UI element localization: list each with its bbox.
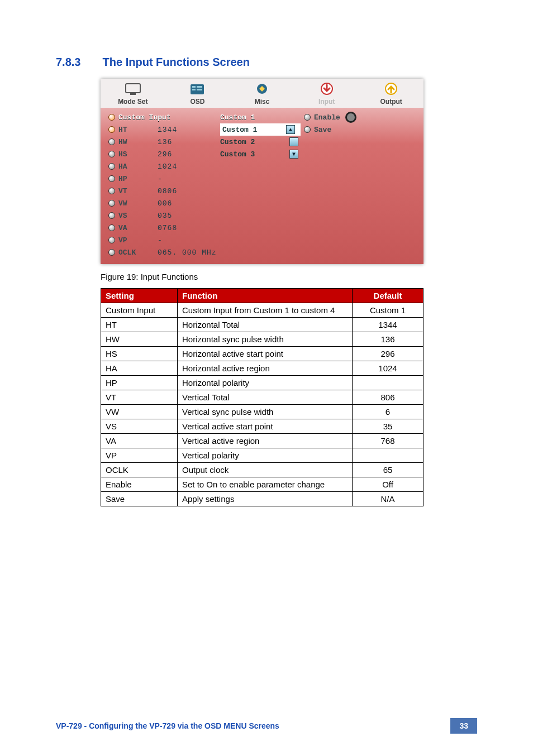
cell-function: Horizontal polarity <box>178 376 353 390</box>
cell-setting: VT <box>101 390 178 405</box>
cell-function: Apply settings <box>178 492 353 506</box>
table-row: VSVertical active start point35 <box>101 419 423 434</box>
input-arrow-icon <box>317 82 336 97</box>
list-icon <box>188 82 207 97</box>
table-row: HTHorizontal Total1344 <box>101 318 423 332</box>
param-row-va[interactable]: VA0768 <box>108 222 220 234</box>
cell-function: Vertical Total <box>178 390 353 405</box>
cell-default: N/A <box>353 492 423 506</box>
cell-default: 1344 <box>353 318 423 332</box>
param-column: Custom Input HT1344HW136HS296HA1024HP-VT… <box>108 111 220 259</box>
cell-function: Horizontal sync pulse width <box>178 332 353 347</box>
down-arrow-icon[interactable]: ▼ <box>289 150 298 159</box>
table-row: HAHorizontal active region1024 <box>101 361 423 376</box>
table-row: SaveApply settingsN/A <box>101 492 423 506</box>
svg-rect-5 <box>197 86 202 88</box>
param-value: 136 <box>158 138 172 146</box>
cell-setting: HS <box>101 347 178 361</box>
radio-icon <box>108 114 115 121</box>
param-value: 0806 <box>158 187 177 195</box>
param-key: HA <box>118 162 145 171</box>
param-row-oclk[interactable]: OCLK065. 000 MHz <box>108 246 220 259</box>
figure-caption: Figure 19: Input Functions <box>101 272 477 281</box>
cell-default: Off <box>353 477 423 492</box>
cell-default <box>353 376 423 390</box>
custom-column: Custom 1 Custom 1▲Custom 2 Custom 3▼ <box>220 111 304 259</box>
cell-function: Vertical active start point <box>178 419 353 434</box>
cell-default <box>353 448 423 463</box>
cell-setting: HA <box>101 361 178 376</box>
param-value: 065. 000 MHz <box>158 248 217 257</box>
cell-default: Custom 1 <box>353 303 423 318</box>
cell-default: 65 <box>353 463 423 477</box>
custom-input-header[interactable]: Custom Input <box>108 111 220 123</box>
param-value: 006 <box>158 199 172 208</box>
section-number: 7.8.3 <box>56 56 99 69</box>
table-row: VTVertical Total806 <box>101 390 423 405</box>
save-row[interactable]: Save <box>304 123 393 136</box>
param-row-vt[interactable]: VT0806 <box>108 185 220 197</box>
param-row-ht[interactable]: HT1344 <box>108 123 220 136</box>
tab-mode-set[interactable]: Mode Set <box>101 79 165 108</box>
tab-misc[interactable]: Misc <box>230 79 294 108</box>
table-row: VPVertical polarity <box>101 448 423 463</box>
cell-default: 136 <box>353 332 423 347</box>
tab-osd[interactable]: OSD <box>165 79 230 108</box>
up-arrow-icon[interactable]: ▲ <box>286 125 295 134</box>
cell-default: 806 <box>353 390 423 405</box>
table-row: VWVertical sync pulse width6 <box>101 405 423 419</box>
footer-text: VP-729 - Configuring the VP-729 via the … <box>56 721 279 730</box>
param-key: VW <box>118 199 145 208</box>
param-row-vp[interactable]: VP- <box>108 234 220 246</box>
svg-rect-4 <box>192 89 196 90</box>
cell-setting: VW <box>101 405 178 419</box>
save-label: Save <box>314 126 341 134</box>
tab-label: Misc <box>255 98 270 106</box>
cell-function: Horizontal active start point <box>178 347 353 361</box>
page-footer: VP-729 - Configuring the VP-729 via the … <box>56 718 477 734</box>
param-key: VP <box>118 236 145 245</box>
param-row-ha[interactable]: HA1024 <box>108 160 220 173</box>
custom-option-label: Custom 2 <box>220 138 255 146</box>
col-default: Default <box>353 289 423 303</box>
custom-option[interactable]: Custom 3▼ <box>220 148 304 160</box>
radio-icon <box>108 212 115 219</box>
cell-setting: HW <box>101 332 178 347</box>
param-row-hp[interactable]: HP- <box>108 173 220 185</box>
cell-setting: VA <box>101 434 178 448</box>
custom-option[interactable]: Custom 1▲ <box>220 123 301 136</box>
cell-function: Vertical active region <box>178 434 353 448</box>
radio-icon <box>108 224 115 231</box>
cell-setting: VP <box>101 448 178 463</box>
svg-rect-1 <box>130 93 136 95</box>
param-row-hs[interactable]: HS296 <box>108 148 220 160</box>
param-value: 0768 <box>158 224 177 232</box>
enable-row[interactable]: Enable <box>304 111 393 123</box>
param-row-vw[interactable]: VW006 <box>108 197 220 209</box>
param-key: VA <box>118 224 145 232</box>
custom-option-label: Custom 1 <box>222 126 257 134</box>
custom-option[interactable]: Custom 2 <box>220 136 304 148</box>
cell-default: 296 <box>353 347 423 361</box>
cell-default: 6 <box>353 405 423 419</box>
cell-function: Output clock <box>178 463 353 477</box>
param-row-hw[interactable]: HW136 <box>108 136 220 148</box>
col-function: Function <box>178 289 353 303</box>
tools-icon <box>253 82 272 97</box>
svg-rect-6 <box>197 89 202 90</box>
param-key: HP <box>118 175 145 183</box>
param-row-vs[interactable]: VS035 <box>108 209 220 222</box>
radio-icon <box>304 126 311 133</box>
radio-icon <box>108 151 115 157</box>
table-row: HSHorizontal active start point296 <box>101 347 423 361</box>
table-row: OCLKOutput clock65 <box>101 463 423 477</box>
param-key: HS <box>118 150 145 159</box>
custom-header: Custom 1 <box>220 111 304 123</box>
custom-input-label: Custom Input <box>118 113 171 122</box>
radio-icon <box>108 175 115 182</box>
page-number: 33 <box>450 718 477 734</box>
table-row: HPHorizontal polarity <box>101 376 423 390</box>
param-value: 1344 <box>158 126 177 134</box>
tab-input[interactable]: Input <box>294 79 359 108</box>
tab-output[interactable]: Output <box>359 79 423 108</box>
